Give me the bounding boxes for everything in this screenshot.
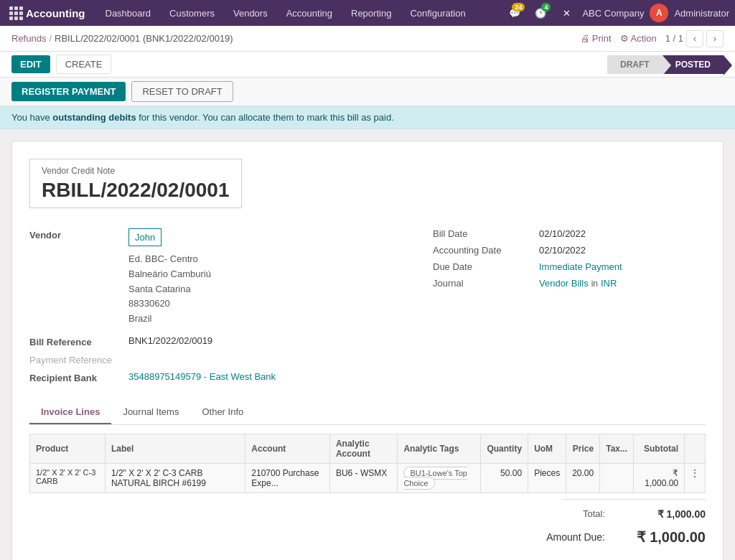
top-nav: Accounting Dashboard Customers Vendors A…: [0, 0, 735, 26]
total-value: ₹ 1,000.00: [634, 508, 706, 520]
main-toolbar: EDIT CREATE DRAFT POSTED: [0, 52, 735, 78]
clock-badge: 4: [541, 3, 551, 11]
bill-date-row: Bill Date 02/10/2022: [433, 228, 706, 239]
alert-bar: You have outstanding debits for this ven…: [0, 106, 735, 129]
close-icon[interactable]: ✕: [556, 3, 576, 23]
status-posted[interactable]: POSTED: [663, 55, 724, 74]
clock-icon[interactable]: 🕐 4: [530, 3, 551, 23]
grid-menu-icon[interactable]: [6, 0, 26, 26]
tab-other-info[interactable]: Other Info: [190, 401, 255, 424]
col-handle: [685, 434, 706, 463]
status-draft[interactable]: DRAFT: [607, 55, 663, 74]
vendor-box: John: [128, 228, 161, 246]
user-name: Administrator: [674, 8, 729, 19]
user-initial: A: [656, 8, 663, 18]
form-row: Vendor John Ed. BBC- Centro Balneário Ca…: [29, 228, 706, 389]
alert-text-after: for this vendor. You can allocate them t…: [136, 112, 394, 123]
chat-icon[interactable]: 💬 24: [505, 3, 525, 23]
document-number: RBILL/2022/02/0001: [42, 179, 230, 202]
col-product: Product: [30, 434, 106, 463]
recipient-bank-row: Recipient Bank 35488975149579 - East Wes…: [29, 371, 404, 383]
address-line5: Brazil: [128, 312, 404, 327]
journal-in: in: [591, 279, 598, 289]
recipient-bank-value[interactable]: 35488975149579 - East West Bank: [128, 371, 276, 382]
nav-vendors[interactable]: Vendors: [225, 0, 276, 26]
vendor-field-row: Vendor John: [29, 228, 404, 246]
chat-badge: 24: [512, 3, 525, 11]
print-link[interactable]: 🖨 Print: [581, 33, 612, 44]
amount-due-row: Amount Due: ₹ 1,000.00: [29, 528, 706, 546]
journal-value[interactable]: Vendor Bills: [539, 278, 589, 289]
col-price: Price: [566, 434, 600, 463]
register-payment-button[interactable]: REGISTER PAYMENT: [11, 82, 126, 101]
cell-uom: Pieces: [528, 463, 566, 493]
prev-page-button[interactable]: ‹: [686, 30, 703, 47]
col-analytic-account: Analytic Account: [329, 434, 397, 463]
action-link[interactable]: ⚙ Action: [620, 33, 657, 44]
accounting-date-value: 02/10/2022: [539, 245, 586, 256]
company-name: ABC Company: [582, 8, 644, 19]
total-label: Total:: [583, 508, 605, 519]
app-name: Accounting: [26, 7, 85, 19]
page-nav: 1 / 1 ‹ ›: [665, 30, 724, 47]
secondary-toolbar: REGISTER PAYMENT RESET TO DRAFT: [0, 78, 735, 106]
cell-price: 20.00: [566, 463, 600, 493]
cell-tax: [600, 463, 634, 493]
bill-date-value: 02/10/2022: [539, 228, 586, 239]
nav-dashboard[interactable]: Dashboard: [97, 0, 160, 26]
nav-accounting[interactable]: Accounting: [278, 0, 341, 26]
document-card: Vendor Credit Note RBILL/2022/02/0001 Ve…: [11, 141, 724, 560]
tab-journal-items[interactable]: Journal Items: [111, 401, 190, 424]
nav-reporting[interactable]: Reporting: [342, 0, 400, 26]
col-label: Label: [105, 434, 245, 463]
due-date-value[interactable]: Immediate Payment: [539, 261, 622, 272]
breadcrumb-parent[interactable]: Refunds: [11, 33, 46, 44]
analytic-tag-badge[interactable]: BU1-Lowe's Top Choice: [403, 467, 467, 490]
bill-date-label: Bill Date: [433, 228, 533, 239]
nav-customers[interactable]: Customers: [161, 0, 223, 26]
edit-button[interactable]: EDIT: [11, 55, 50, 73]
due-date-label: Due Date: [433, 261, 533, 272]
cell-analytic-tags: BU1-Lowe's Top Choice: [398, 463, 481, 493]
col-analytic-tags: Analytic Tags: [398, 434, 481, 463]
col-account: Account: [245, 434, 330, 463]
col-tax: Tax...: [600, 434, 634, 463]
print-icon: 🖨: [581, 33, 590, 44]
invoice-table: Product Label Account Analytic Account A…: [29, 434, 706, 493]
status-pipeline-container: DRAFT POSTED: [607, 55, 724, 74]
accounting-date-row: Accounting Date 02/10/2022: [433, 245, 706, 256]
address-line4: 88330620: [128, 297, 404, 312]
form-left: Vendor John Ed. BBC- Centro Balneário Ca…: [29, 228, 404, 389]
cell-subtotal: ₹ 1,000.00: [633, 463, 684, 493]
nav-configuration[interactable]: Configuration: [401, 0, 474, 26]
cell-analytic-account: BU6 - WSMX: [329, 463, 397, 493]
bill-reference-label: Bill Reference: [29, 335, 123, 347]
breadcrumb-actions: 🖨 Print ⚙ Action 1 / 1 ‹ ›: [581, 30, 724, 47]
col-quantity: Quantity: [481, 434, 528, 463]
address-line3: Santa Catarina: [128, 282, 404, 297]
accounting-date-label: Accounting Date: [433, 245, 533, 256]
alert-bold-text: outstanding debits: [52, 112, 136, 123]
next-page-button[interactable]: ›: [706, 30, 724, 47]
tab-invoice-lines[interactable]: Invoice Lines: [29, 401, 111, 424]
total-row: Total: ₹ 1,000.00: [583, 508, 706, 520]
main-content: Vendor Credit Note RBILL/2022/02/0001 Ve…: [0, 129, 735, 560]
journal-currency[interactable]: INR: [601, 278, 617, 289]
vendor-name[interactable]: John: [135, 232, 155, 243]
create-button[interactable]: CREATE: [56, 55, 112, 74]
bill-reference-value: BNK1/2022/02/0019: [128, 335, 212, 346]
cell-quantity: 50.00: [481, 463, 528, 493]
due-date-row: Due Date Immediate Payment: [433, 261, 706, 272]
address-line2: Balneário Camburiú: [128, 267, 404, 282]
reset-to-draft-button[interactable]: RESET TO DRAFT: [131, 81, 233, 102]
page-info: 1 / 1: [665, 33, 683, 44]
journal-value-group: Vendor Bills in INR: [539, 278, 617, 289]
journal-label: Journal: [433, 278, 533, 289]
bill-reference-row: Bill Reference BNK1/2022/02/0019: [29, 335, 404, 347]
alert-text-before: You have: [11, 112, 52, 123]
col-subtotal: Subtotal: [633, 434, 684, 463]
action-icon: ⚙: [620, 33, 629, 44]
payment-reference-label: Payment Reference: [29, 353, 123, 365]
breadcrumb-bar: Refunds / RBILL/2022/02/0001 (BNK1/2022/…: [0, 26, 735, 52]
user-avatar[interactable]: A: [650, 4, 668, 22]
